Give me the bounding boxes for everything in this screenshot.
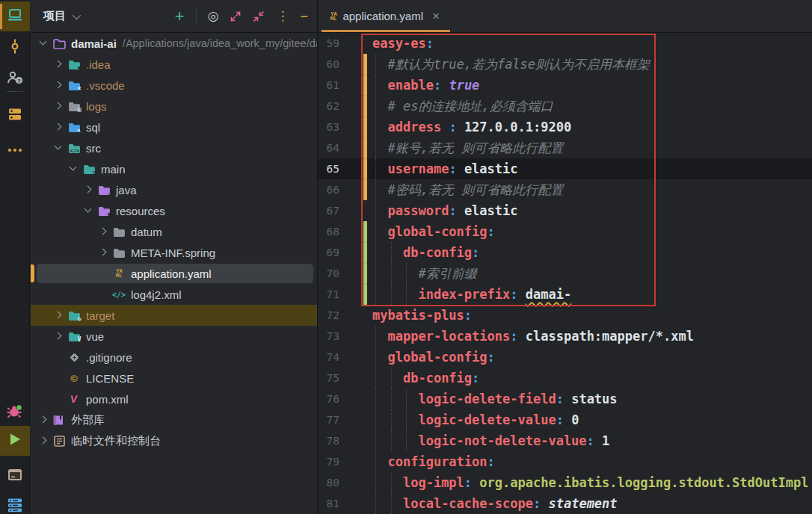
chevron-right-icon[interactable] <box>96 226 108 238</box>
yaml-value <box>372 57 387 72</box>
chevron-down-icon[interactable] <box>52 142 64 154</box>
chevron-right-icon[interactable] <box>52 58 64 70</box>
tree-item-datum[interactable]: datum <box>31 221 317 242</box>
locate-file-button[interactable]: ◎ <box>208 10 219 22</box>
tree-item-src[interactable]: </>src <box>31 137 317 158</box>
more-options-button[interactable]: ⋮ <box>276 10 289 22</box>
tree-item-meta-inf-spring[interactable]: META-INF.spring <box>31 242 317 263</box>
more-tools[interactable] <box>0 134 30 164</box>
terminal-tool[interactable] <box>0 461 30 491</box>
tree-item-resources[interactable]: ◉resources <box>31 200 317 221</box>
tree-item--vscode[interactable]: ×.vscode <box>31 75 317 96</box>
line-number: 62 <box>319 96 339 117</box>
chevron-right-icon[interactable] <box>81 184 93 196</box>
chevron-down-icon[interactable] <box>67 163 79 175</box>
code-line-text: log-impl: org.apache.ibatis.logging.stdo… <box>372 472 808 493</box>
folder-icon <box>111 226 126 238</box>
editor-line-65[interactable]: 65 username: elastic <box>319 158 812 179</box>
chevron-down-icon[interactable] <box>81 205 93 217</box>
project-view-selector[interactable]: 项目 <box>43 9 79 23</box>
database-tool[interactable] <box>0 101 30 131</box>
chevron-down-icon[interactable] <box>37 37 49 49</box>
editor-line-72[interactable]: 72mybatis-plus: <box>319 305 812 326</box>
project-tool[interactable] <box>0 1 30 31</box>
tree-item--idea[interactable]: ▪.idea <box>31 54 317 75</box>
editor-line-78[interactable]: 78 logic-not-delete-value: 1 <box>319 430 812 451</box>
yaml-colon: : <box>426 36 434 51</box>
line-number: 77 <box>319 409 339 430</box>
run-tool[interactable] <box>0 426 30 456</box>
editor-line-80[interactable]: 80 log-impl: org.apache.ibatis.logging.s… <box>319 472 812 493</box>
line-number: 68 <box>319 221 339 242</box>
tree-item-application-yaml[interactable]: YAMLapplication.yaml <box>31 263 317 284</box>
yaml-value <box>457 161 464 176</box>
editor-line-74[interactable]: 74 global-config: <box>319 347 812 368</box>
yaml-colon: : <box>556 391 564 406</box>
editor-line-70[interactable]: 70 #索引前缀 <box>319 263 812 284</box>
chevron-right-icon[interactable] <box>52 79 64 91</box>
tree-item-license[interactable]: ©LICENSE <box>31 368 317 388</box>
tree-item-vue[interactable]: Vvue <box>31 326 317 347</box>
yaml-value: status <box>571 391 617 406</box>
tab-close-icon[interactable]: × <box>432 9 440 24</box>
chevron-right-icon[interactable] <box>52 100 64 112</box>
editor-line-67[interactable]: 67 password: elastic <box>319 200 812 221</box>
tree-item-pom-xml[interactable]: Vpom.xml <box>31 388 317 409</box>
tree-item-target[interactable]: ↻target <box>31 305 317 326</box>
chevron-right-icon[interactable] <box>37 414 49 426</box>
yaml-value <box>372 99 387 114</box>
folder-icon: ↻ <box>67 310 81 321</box>
chevron-right-icon[interactable] <box>52 309 64 321</box>
line-number: 66 <box>319 179 339 200</box>
tab-application-yaml[interactable]: YAML application.yaml × <box>322 0 450 32</box>
editor-line-68[interactable]: 68 global-config: <box>319 221 812 242</box>
tree-item-sql[interactable]: ↖sql <box>31 117 317 137</box>
editor-line-77[interactable]: 77 logic-delete-value: 0 <box>319 409 812 430</box>
editor-line-76[interactable]: 76 logic-delete-field: status <box>319 388 812 409</box>
chevron-right-icon[interactable] <box>37 435 49 447</box>
change-modified-marker <box>363 158 367 179</box>
tree-item-main[interactable]: ▭main <box>31 158 317 179</box>
yaml-colon: : <box>434 78 441 93</box>
more-dots-icon <box>7 142 22 155</box>
hide-panel-button[interactable]: − <box>300 10 308 23</box>
code-editor[interactable]: 59easy-es:60 #默认为true,若为false则认为不启用本框架61… <box>319 33 812 514</box>
chevron-right-icon[interactable] <box>52 330 64 342</box>
tree-item-damai-ai[interactable]: damai-ai/Applications/java/idea_work_my/… <box>31 33 317 54</box>
debug-tool[interactable] <box>0 398 30 428</box>
chevron-right-icon[interactable] <box>96 247 108 258</box>
tree-item-label: target <box>86 309 114 322</box>
editor-line-75[interactable]: 75 db-config: <box>319 368 812 388</box>
editor-line-66[interactable]: 66 #密码,若无 则可省略此行配置 <box>319 179 812 200</box>
yaml-value <box>372 266 418 281</box>
editor-line-79[interactable]: 79 configuration: <box>319 451 812 472</box>
active-file-stripe <box>31 264 34 282</box>
tree-item-java[interactable]: ♨java <box>31 179 317 200</box>
tree-item--gitignore[interactable]: .gitignore <box>31 347 317 368</box>
code-line-text: global-config: <box>372 221 495 242</box>
editor-line-61[interactable]: 61 enable: true <box>319 75 812 96</box>
tree-item-log4j2-xml[interactable]: </>log4j2.xml <box>31 284 317 305</box>
editor-line-60[interactable]: 60 #默认为true,若为false则认为不启用本框架 <box>319 54 812 75</box>
expand-all-button[interactable] <box>230 10 242 22</box>
add-button[interactable]: + <box>175 8 185 25</box>
chevron-right-icon[interactable] <box>52 121 64 133</box>
editor-line-71[interactable]: 71 index-prefix: damai- <box>319 284 812 305</box>
services-tool[interactable] <box>0 492 30 514</box>
editor-line-63[interactable]: 63 address : 127.0.0.1:9200 <box>319 117 812 137</box>
commit-tool[interactable] <box>0 33 30 63</box>
collaboration-tool[interactable]: ? <box>0 64 30 94</box>
editor-line-59[interactable]: 59easy-es: <box>319 33 812 54</box>
tree-item--[interactable]: 外部库 <box>31 409 317 430</box>
tree-item-logs[interactable]: ▤logs <box>31 96 317 117</box>
editor-line-69[interactable]: 69 db-config: <box>319 242 812 263</box>
editor-line-62[interactable]: 62 # es的连接地址,必须含端口 <box>319 96 812 117</box>
yaml-value <box>372 391 418 406</box>
tree-item--[interactable]: 临时文件和控制台 <box>31 430 317 451</box>
yaml-key: global-config <box>387 350 487 365</box>
editor-line-64[interactable]: 64 #账号,若无 则可省略此行配置 <box>319 137 812 158</box>
editor-line-73[interactable]: 73 mapper-locations: classpath:mapper/*.… <box>319 326 812 347</box>
collapse-all-button[interactable] <box>253 10 265 22</box>
editor-line-81[interactable]: 81 local-cache-scope: statement <box>319 493 812 514</box>
line-number: 60 <box>319 54 339 75</box>
